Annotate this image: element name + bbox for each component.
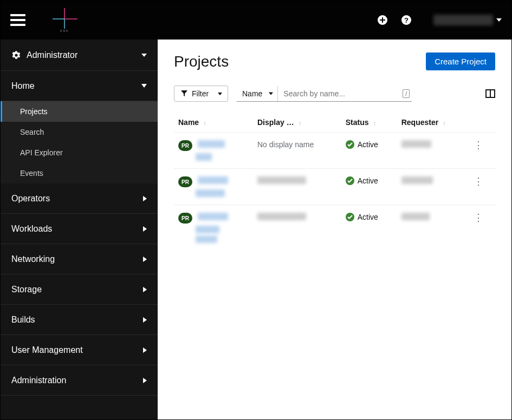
nav-group-home[interactable]: Home <box>1 71 158 101</box>
col-header-name[interactable]: Name↕ <box>174 113 253 133</box>
check-circle-icon <box>346 140 354 149</box>
gear-icon <box>11 50 21 60</box>
cell-requester <box>397 169 469 205</box>
sidebar: Administrator Home Projects Search API E… <box>1 40 158 420</box>
app-root: csc ? Administrator Home <box>0 0 512 420</box>
add-icon[interactable] <box>377 15 388 25</box>
chevron-right-icon <box>143 317 147 323</box>
table-row: PR Active ⋮ <box>174 169 495 205</box>
page-header: Projects Create Project <box>174 52 495 70</box>
search-input[interactable] <box>278 86 403 101</box>
col-header-status[interactable]: Status↕ <box>341 113 397 133</box>
main-content: Projects Create Project Filter Name / <box>158 40 511 420</box>
chevron-down-icon <box>141 54 147 57</box>
nav-group-networking[interactable]: Networking <box>1 244 158 274</box>
table-row: PR No display name Active ⋮ <box>174 133 495 169</box>
username-redacted <box>433 15 493 25</box>
user-menu[interactable] <box>433 15 502 25</box>
sort-icon: ↕ <box>203 120 206 126</box>
nav-sub-home: Projects Search API Explorer Events <box>1 101 158 183</box>
filter-icon <box>181 90 187 97</box>
check-circle-icon <box>346 213 354 221</box>
body: Administrator Home Projects Search API E… <box>1 40 511 420</box>
sort-icon: ↕ <box>443 120 446 126</box>
cell-status: Active <box>341 205 397 251</box>
nav-item-events[interactable]: Events <box>1 163 158 183</box>
nav-item-search[interactable]: Search <box>1 122 158 142</box>
create-project-button[interactable]: Create Project <box>426 52 495 70</box>
check-circle-icon <box>346 176 354 185</box>
chevron-right-icon <box>143 287 147 292</box>
chevron-down-icon <box>269 92 273 95</box>
nav-group-label: Home <box>11 81 35 91</box>
col-header-requester[interactable]: Requester↕ <box>397 113 469 133</box>
perspective-label: Administrator <box>27 50 77 60</box>
svg-rect-6 <box>380 19 385 21</box>
table-row: PR Active ⋮ <box>174 205 495 251</box>
chevron-down-icon <box>218 93 222 95</box>
chevron-right-icon <box>143 378 147 383</box>
cell-status: Active <box>341 133 397 169</box>
toolbar: Filter Name / <box>174 86 495 102</box>
chevron-right-icon <box>143 347 147 353</box>
nav-item-api-explorer[interactable]: API Explorer <box>1 142 158 163</box>
chevron-down-icon <box>496 18 502 22</box>
cell-display: No display name <box>253 133 341 169</box>
nav-group-operators[interactable]: Operators <box>1 183 158 214</box>
project-badge: PR <box>178 140 192 151</box>
nav-group-administration[interactable]: Administration <box>1 365 158 396</box>
filter-label: Filter <box>192 89 209 98</box>
svg-text:?: ? <box>404 16 409 24</box>
brand-logo: csc <box>48 7 81 33</box>
projects-table: Name↕ Display …↕ Status↕ Requester↕ PR <box>174 113 495 251</box>
topbar: csc ? <box>1 1 511 40</box>
cell-display <box>253 205 341 251</box>
sort-icon: ↕ <box>299 120 302 126</box>
search-combo: Name / <box>237 86 412 102</box>
row-actions-kebab[interactable]: ⋮ <box>473 176 484 186</box>
page-title: Projects <box>174 53 426 70</box>
nav-group-storage[interactable]: Storage <box>1 274 158 305</box>
cell-name[interactable]: PR <box>174 169 253 205</box>
chevron-right-icon <box>143 257 147 262</box>
menu-toggle-icon[interactable] <box>10 14 25 26</box>
perspective-switcher[interactable]: Administrator <box>1 40 158 71</box>
project-badge: PR <box>178 213 192 224</box>
cell-display <box>253 169 341 205</box>
row-actions-kebab[interactable]: ⋮ <box>473 213 484 222</box>
cell-requester <box>397 205 469 251</box>
cell-name[interactable]: PR <box>174 205 253 251</box>
help-icon[interactable]: ? <box>401 15 412 25</box>
cell-name[interactable]: PR <box>174 133 253 169</box>
cell-status: Active <box>341 169 397 205</box>
row-actions-kebab[interactable]: ⋮ <box>473 140 484 150</box>
chevron-right-icon <box>143 226 147 232</box>
logo-text: csc <box>60 29 69 32</box>
nav-group-user-management[interactable]: User Management <box>1 335 158 365</box>
cell-requester <box>397 133 469 169</box>
filter-dropdown[interactable]: Filter <box>174 86 228 102</box>
col-header-display[interactable]: Display …↕ <box>253 113 341 133</box>
columns-icon[interactable] <box>485 89 495 99</box>
chevron-right-icon <box>143 196 147 201</box>
project-badge: PR <box>178 176 192 187</box>
nav-group-workloads[interactable]: Workloads <box>1 214 158 244</box>
sort-icon: ↕ <box>373 120 377 126</box>
nav-group-builds[interactable]: Builds <box>1 305 158 335</box>
keyboard-shortcut-hint: / <box>403 89 410 98</box>
search-field-dropdown[interactable]: Name <box>237 86 278 101</box>
table-header-row: Name↕ Display …↕ Status↕ Requester↕ <box>174 113 495 133</box>
chevron-down-icon <box>141 84 147 88</box>
nav-item-projects[interactable]: Projects <box>1 101 158 122</box>
